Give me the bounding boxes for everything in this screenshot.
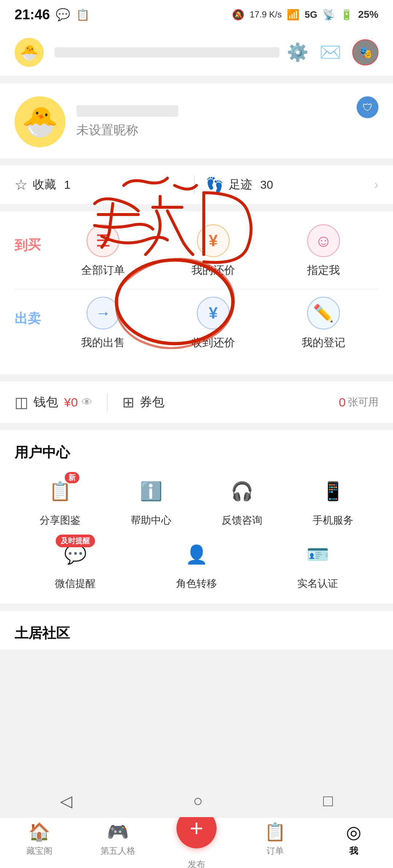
back-button[interactable]: ◁ (60, 792, 72, 810)
profile-verified-badge: 🛡 (357, 96, 378, 118)
star-icon: ☆ (15, 176, 28, 193)
uc-help-center[interactable]: ℹ️ 帮助中心 (106, 475, 196, 527)
order-counter[interactable]: ¥ 我的还价 (158, 224, 269, 278)
feedback-label: 反馈咨询 (222, 513, 262, 527)
role-transfer-icon: 👤 (185, 544, 208, 565)
more-section: 土居社区 (0, 611, 393, 650)
order-received-counter[interactable]: ¥ 收到还价 (158, 297, 269, 350)
nav-home-label: 藏宝阁 (26, 845, 52, 857)
recent-button[interactable]: □ (323, 792, 333, 810)
orders-icon: 📋 (264, 822, 286, 842)
sell-label: 卖出 (15, 297, 41, 302)
real-name-label: 实名认证 (297, 577, 338, 591)
home-icon: 🏠 (28, 822, 50, 842)
home-button[interactable]: ○ (193, 792, 203, 810)
designated-icon: ☺ (307, 224, 340, 257)
uc-real-name[interactable]: 🪪 实名认证 (257, 538, 378, 591)
share-atlas-label: 分享图鉴 (40, 513, 80, 527)
fifth-icon: 🎮 (107, 822, 129, 842)
nav-me[interactable]: ◎ 我 (314, 822, 393, 857)
order-log[interactable]: ✏️ 我的登记 (268, 297, 378, 350)
order-designated[interactable]: ☺ 指定我 (268, 224, 378, 278)
wallet-icon: ◫ (15, 394, 28, 411)
eye-icon[interactable]: 👁 (82, 396, 92, 408)
nav-orders-label: 订单 (266, 845, 284, 857)
new-badge: 新 (65, 472, 79, 483)
nav-me-label: 我 (349, 845, 358, 857)
uc-share-atlas[interactable]: 📋 新 分享图鉴 (15, 475, 106, 527)
uc-phone-service[interactable]: 📱 手机服务 (287, 475, 378, 527)
wifi-icon: 📶 (287, 9, 299, 21)
wechat-remind-icon-wrap: 💬 及时提醒 (59, 538, 92, 571)
settings-icon[interactable]: ⚙️ (287, 42, 309, 63)
coupon-unit: 张可用 (348, 395, 378, 409)
nav-home[interactable]: 🏠 藏宝阁 (0, 822, 79, 857)
wechat-remind-label: 微信提醒 (55, 577, 96, 591)
buy-label: 买到 (15, 224, 41, 229)
stat-footprint-count: 30 (260, 178, 273, 192)
buy-items: ☰ 全部订单 ¥ 我的还价 ☺ 指定我 (48, 224, 378, 278)
stat-favorites-count: 1 (64, 178, 71, 192)
me-icon: ◎ (346, 822, 361, 842)
notification-icon: 📋 (76, 8, 90, 21)
feedback-icon: 🎧 (231, 481, 253, 502)
time-display: 21:46 (15, 7, 50, 23)
stat-favorites-label: 收藏 (33, 177, 56, 193)
uc-role-transfer[interactable]: 👤 角色转移 (136, 538, 257, 591)
stat-favorites[interactable]: ☆ 收藏 1 (15, 176, 183, 193)
stats-card: ☆ 收藏 1 👣 足迹 30 › (0, 165, 393, 204)
stats-arrow: › (374, 177, 378, 192)
header-avatar: 🐣 (15, 38, 44, 67)
my-selling-label: 我的出售 (81, 335, 125, 350)
real-name-icon: 🪪 (306, 544, 329, 565)
nav-fifth[interactable]: 🎮 第五人格 (79, 822, 157, 857)
footprint-icon: 👣 (206, 176, 224, 193)
stat-footprint[interactable]: 👣 足迹 30 (206, 176, 374, 193)
nav-publish[interactable]: + 发布 (157, 808, 236, 868)
profile-avatar: 🐣 (15, 96, 66, 147)
user-center-card: 用户中心 📋 新 分享图鉴 ℹ️ 帮助中心 🎧 反馈咨询 📱 (0, 430, 393, 604)
buy-row: 买到 ☰ 全部订单 ¥ 我的还价 ☺ 指定我 (15, 224, 378, 278)
share-atlas-icon-wrap: 📋 新 (44, 475, 76, 508)
share-atlas-icon: 📋 (49, 481, 71, 502)
role-transfer-label: 角色转移 (176, 577, 217, 591)
wallet-label: 钱包 (33, 394, 58, 411)
stats-divider (194, 176, 195, 194)
status-left: 21:46 💬 📋 (15, 7, 90, 23)
order-all[interactable]: ☰ 全部订单 (48, 224, 158, 278)
feedback-icon-wrap: 🎧 (226, 475, 258, 508)
profile-name-blur (76, 105, 178, 117)
uc-feedback[interactable]: 🎧 反馈咨询 (196, 475, 287, 527)
real-name-icon-wrap: 🪪 (301, 538, 334, 571)
uc-wechat-remind[interactable]: 💬 及时提醒 微信提醒 (15, 538, 136, 591)
header-name-blur (55, 47, 279, 57)
order-selling[interactable]: → 我的出售 (48, 297, 158, 350)
remind-badge: 及时提醒 (56, 535, 95, 547)
battery-level: 25% (358, 9, 378, 20)
my-selling-icon: → (87, 297, 119, 329)
nav-orders[interactable]: 📋 订单 (236, 822, 314, 857)
stat-footprint-label: 足迹 (229, 177, 252, 193)
status-bar: 21:46 💬 📋 🔕 17.9 K/s 📶 5G 📡 🔋 25% (0, 0, 393, 29)
my-counter-label: 我的还价 (191, 263, 235, 278)
profile-info: 未设置昵称 (76, 105, 346, 139)
uc-grid-row2: 💬 及时提醒 微信提醒 👤 角色转移 🪪 实名认证 (15, 538, 378, 591)
sell-section: 卖出 → 我的出售 ¥ 收到还价 ✏️ 我的登记 (15, 297, 378, 350)
orders-sep (15, 289, 378, 289)
my-log-label: 我的登记 (302, 335, 345, 350)
phone-service-label: 手机服务 (313, 513, 353, 527)
mail-icon[interactable]: ✉️ (319, 42, 341, 63)
battery-icon: 🔋 (340, 9, 353, 21)
buy-section: 买到 ☰ 全部订单 ¥ 我的还价 ☺ 指定我 (15, 224, 378, 278)
phone-service-icon-wrap: 📱 (317, 475, 349, 508)
sell-row: 卖出 → 我的出售 ¥ 收到还价 ✏️ 我的登记 (15, 297, 378, 350)
user-avatar[interactable]: 🎭 (352, 39, 378, 65)
header-bar: 🐣 ⚙️ ✉️ 🎭 (0, 29, 393, 76)
sell-items: → 我的出售 ¥ 收到还价 ✏️ 我的登记 (48, 297, 378, 350)
signal-bars: 📡 (322, 9, 335, 21)
role-transfer-icon-wrap: 👤 (180, 538, 213, 571)
help-center-label: 帮助中心 (131, 513, 171, 527)
my-counter-icon: ¥ (197, 224, 230, 257)
coupon-count: 0 (339, 395, 346, 409)
help-center-icon-wrap: ℹ️ (135, 475, 167, 508)
